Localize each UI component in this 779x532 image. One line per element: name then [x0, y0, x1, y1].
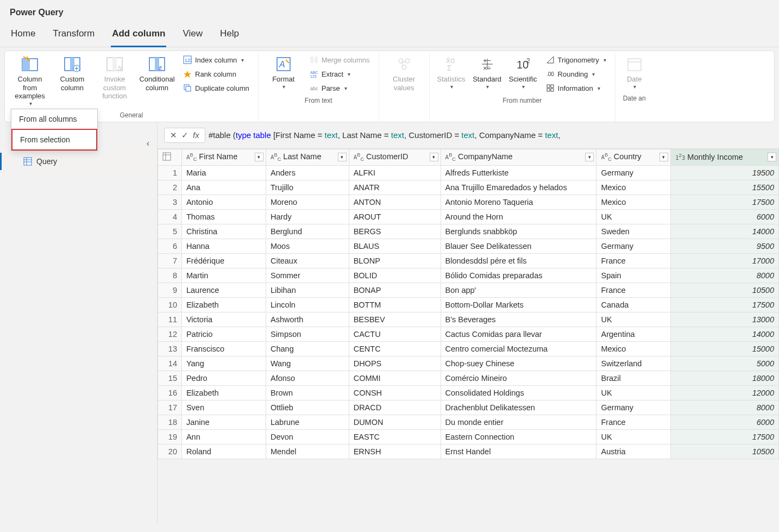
query-item[interactable]: Query [0, 153, 157, 170]
tab-add-column[interactable]: Add column [111, 23, 166, 47]
cell[interactable]: Anders [266, 165, 349, 180]
cell[interactable]: CACTU [349, 327, 441, 341]
table-row[interactable]: 8MartinSommerBOLIDBólido Comidas prepara… [158, 268, 779, 283]
cell[interactable]: France [596, 283, 671, 297]
column-header-companyname[interactable]: ABCCompanyName▾ [441, 149, 596, 165]
format-button[interactable]: A Format▾ [264, 54, 303, 91]
cell[interactable]: 19500 [670, 165, 778, 180]
cell[interactable]: DUMON [349, 415, 441, 429]
trigonometry-button[interactable]: Trigonometry▾ [543, 54, 610, 65]
cell[interactable]: Argentina [596, 327, 671, 341]
cell[interactable]: Hanna [181, 239, 266, 253]
cell[interactable]: Elizabeth [181, 297, 266, 312]
cell[interactable]: Sommer [266, 268, 349, 283]
table-row[interactable]: 7FrédériqueCiteauxBLONPBlondesddsl pére … [158, 253, 779, 268]
cell[interactable]: Martin [181, 268, 266, 283]
cell[interactable]: Labrune [266, 415, 349, 429]
cell[interactable]: Bottom-Dollar Markets [441, 297, 596, 312]
cell[interactable]: Laurence [181, 283, 266, 297]
table-row[interactable]: 3AntonioMorenoANTONAntonio Moreno Taquer… [158, 195, 779, 209]
cell[interactable]: Christina [181, 224, 266, 239]
cell[interactable]: Maria [181, 165, 266, 180]
cell[interactable]: Blauer See Delikatessen [441, 239, 596, 253]
cell[interactable]: France [596, 253, 671, 268]
cell[interactable]: EASTC [349, 429, 441, 444]
cell[interactable]: CONSH [349, 385, 441, 400]
table-corner[interactable] [158, 149, 182, 165]
cell[interactable]: Centro comercial Moctezuma [441, 341, 596, 356]
standard-button[interactable]: +−×÷ Standard▾ [471, 54, 504, 91]
cell[interactable]: Pedro [181, 371, 266, 385]
cell[interactable]: UK [596, 429, 671, 444]
cell[interactable]: Libihan [266, 283, 349, 297]
extract-button[interactable]: ABC123 Extract▾ [306, 68, 373, 79]
table-row[interactable]: 13FransciscoChangCENTCCentro comercial M… [158, 341, 779, 356]
cell[interactable]: Spain [596, 268, 671, 283]
cell[interactable]: Berglunds snabbköp [441, 224, 596, 239]
table-row[interactable]: 17SvenOttliebDRACDDrachenblut Delikatess… [158, 400, 779, 415]
column-header-monthly-income[interactable]: 123Monthly Income▾ [670, 149, 778, 165]
cell[interactable]: Chang [266, 341, 349, 356]
cell[interactable]: Germany [596, 165, 671, 180]
cell[interactable]: Moos [266, 239, 349, 253]
table-row[interactable]: 16ElizabethBrownCONSHConsolidated Holdin… [158, 385, 779, 400]
cell[interactable]: 15000 [670, 341, 778, 356]
column-filter-button[interactable]: ▾ [255, 153, 263, 161]
cell[interactable]: BLONP [349, 253, 441, 268]
cell[interactable]: Blondesddsl pére et fils [441, 253, 596, 268]
cell[interactable]: Mendel [266, 444, 349, 459]
cell[interactable]: 15500 [670, 180, 778, 195]
duplicate-column-button[interactable]: Duplicate column [180, 83, 253, 93]
formula-text[interactable]: #table (type table [First Name = text, L… [209, 130, 561, 140]
cell[interactable]: BLAUS [349, 239, 441, 253]
cell[interactable]: Chop-suey Chinese [441, 356, 596, 371]
cell[interactable]: Citeaux [266, 253, 349, 268]
cell[interactable]: ALFKI [349, 165, 441, 180]
cell[interactable]: UK [596, 385, 671, 400]
column-filter-button[interactable]: ▾ [585, 153, 594, 161]
cell[interactable]: B's Beverages [441, 312, 596, 327]
cell[interactable]: Bon app' [441, 283, 596, 297]
cell[interactable]: Antonio [181, 195, 266, 209]
cell[interactable]: Sven [181, 400, 266, 415]
cell[interactable]: Du monde entier [441, 415, 596, 429]
cell[interactable]: Cactus Comidas para llevar [441, 327, 596, 341]
from-selection-item[interactable]: From selection [11, 129, 97, 151]
cell[interactable]: 8000 [670, 268, 778, 283]
tab-view[interactable]: View [181, 23, 204, 47]
accept-icon[interactable]: ✓ [181, 130, 189, 140]
cell[interactable]: Eastern Connection [441, 429, 596, 444]
cell[interactable]: Ana [181, 180, 266, 195]
cell[interactable]: BESBEV [349, 312, 441, 327]
custom-column-button[interactable]: Custom column [53, 54, 92, 93]
table-row[interactable]: 15PedroAfonsoCOMMIComércio MineiroBrazil… [158, 371, 779, 385]
cell[interactable]: 17500 [670, 297, 778, 312]
cell[interactable]: Trujillo [266, 180, 349, 195]
cell[interactable]: AROUT [349, 209, 441, 224]
cell[interactable]: Ernst Handel [441, 444, 596, 459]
cell[interactable]: 17500 [670, 429, 778, 444]
cell[interactable]: BOLID [349, 268, 441, 283]
cell[interactable]: Brown [266, 385, 349, 400]
cell[interactable]: Comércio Mineiro [441, 371, 596, 385]
cell[interactable]: Patricio [181, 327, 266, 341]
cell[interactable]: 17500 [670, 195, 778, 209]
cell[interactable]: 13000 [670, 312, 778, 327]
cell[interactable]: 12000 [670, 385, 778, 400]
cell[interactable]: CENTC [349, 341, 441, 356]
cell[interactable]: Ann [181, 429, 266, 444]
table-row[interactable]: 6HannaMoosBLAUSBlauer See DelikatessenGe… [158, 239, 779, 253]
collapse-pane-button[interactable]: ‹ [147, 139, 149, 148]
cell[interactable]: France [596, 415, 671, 429]
table-row[interactable]: 1MariaAndersALFKIAlfreds FutterkisteGerm… [158, 165, 779, 180]
cell[interactable]: DRACD [349, 400, 441, 415]
table-row[interactable]: 4ThomasHardyAROUTAround the HornUK6000 [158, 209, 779, 224]
rounding-button[interactable]: .00 Rounding▾ [543, 68, 610, 79]
cell[interactable]: ANTON [349, 195, 441, 209]
cell[interactable]: Canada [596, 297, 671, 312]
cancel-icon[interactable]: ✕ [170, 130, 177, 140]
cell[interactable]: 14000 [670, 224, 778, 239]
scientific-button[interactable]: 102 Scientific▾ [507, 54, 539, 91]
cell[interactable]: BONAP [349, 283, 441, 297]
formula-controls[interactable]: ✕ ✓ fx [164, 128, 205, 143]
